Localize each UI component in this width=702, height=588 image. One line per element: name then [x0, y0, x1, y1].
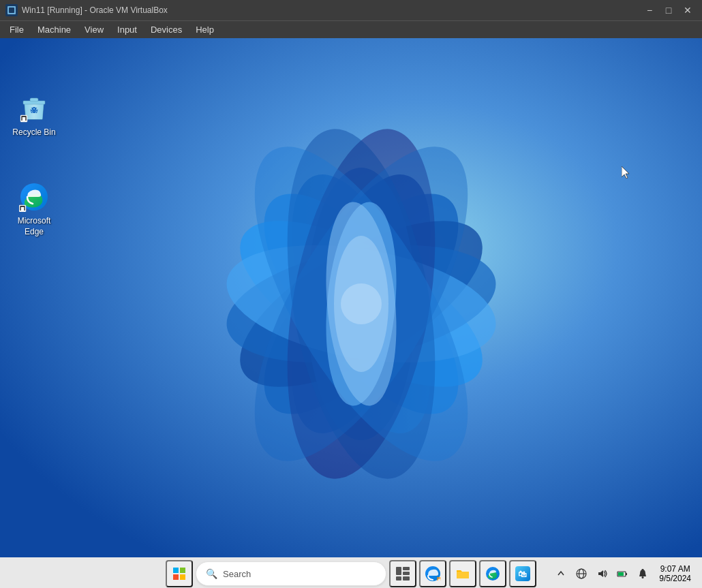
task-view-button[interactable]: [389, 560, 416, 587]
recycle-bin-label: Recycle Bin: [12, 127, 55, 138]
menu-input[interactable]: Input: [110, 23, 144, 36]
titlebar-left: Win11 [Running] - Oracle VM VirtualBox: [5, 4, 168, 16]
svg-point-46: [642, 576, 644, 578]
taskbar-right: 9:07 AM 9/5/2024: [551, 560, 697, 587]
svg-rect-45: [618, 572, 624, 576]
taskbar: 🔍 Search: [0, 557, 702, 588]
task-view-icon: [396, 567, 410, 581]
svg-rect-47: [642, 569, 644, 570]
edge-browser-icon: [485, 566, 500, 581]
clock-date: 9/5/2024: [659, 574, 691, 583]
svg-rect-34: [403, 576, 410, 581]
svg-rect-32: [403, 572, 410, 575]
search-label: Search: [223, 569, 251, 579]
svg-text:PRE: PRE: [437, 576, 441, 582]
chevron-up-icon: [558, 569, 564, 578]
close-button[interactable]: ✕: [679, 3, 697, 18]
recycle-bin-image: [18, 92, 50, 125]
minimize-button[interactable]: −: [641, 3, 658, 18]
ms-store-icon: 🛍: [515, 566, 530, 581]
battery-icon: [617, 568, 628, 579]
edge-image: [18, 181, 50, 213]
svg-rect-22: [30, 98, 38, 102]
edge-browser-button[interactable]: [479, 560, 506, 587]
menubar: File Machine View Input Devices Help: [0, 20, 702, 38]
svg-rect-2: [9, 7, 14, 13]
start-icon: [173, 568, 185, 580]
notification-button[interactable]: [633, 560, 652, 587]
win11-desktop[interactable]: Recycle Bin: [0, 38, 702, 557]
svg-rect-28: [173, 574, 179, 580]
menu-help[interactable]: Help: [189, 23, 221, 36]
search-icon: 🔍: [206, 568, 217, 579]
file-explorer-button[interactable]: [449, 560, 476, 587]
titlebar-controls: − □ ✕: [641, 3, 697, 18]
battery-button[interactable]: [613, 560, 632, 587]
desktop-wallpaper: [0, 38, 702, 557]
edge-copilot-icon: PRE: [425, 566, 441, 582]
file-explorer-icon: [455, 566, 470, 581]
svg-rect-26: [173, 568, 179, 573]
svg-rect-27: [180, 568, 185, 573]
volume-button[interactable]: [592, 560, 611, 587]
svg-rect-31: [403, 567, 410, 570]
taskbar-center: 🔍 Search: [166, 560, 536, 587]
recycle-bin-icon[interactable]: Recycle Bin: [7, 89, 61, 141]
svg-rect-44: [626, 573, 627, 575]
vm-screen[interactable]: Recycle Bin: [0, 38, 702, 588]
ms-store-button[interactable]: 🛍: [509, 560, 536, 587]
svg-point-20: [341, 283, 382, 324]
menu-machine[interactable]: Machine: [31, 23, 78, 36]
search-bar[interactable]: 🔍 Search: [196, 561, 386, 586]
virtualbox-icon: [5, 4, 18, 16]
clock-time: 9:07 AM: [660, 564, 690, 574]
svg-text:🛍: 🛍: [518, 569, 527, 579]
clock-area[interactable]: 9:07 AM 9/5/2024: [654, 560, 697, 587]
language-button[interactable]: [572, 560, 591, 587]
edge-label: Microsoft Edge: [10, 216, 59, 237]
volume-icon: [596, 568, 607, 579]
svg-rect-29: [180, 574, 185, 580]
show-hidden-icons-button[interactable]: [551, 560, 570, 587]
window-title: Win11 [Running] - Oracle VM VirtualBox: [22, 5, 168, 15]
svg-rect-33: [396, 576, 401, 581]
start-button[interactable]: [166, 560, 193, 587]
language-icon: [576, 568, 587, 579]
virtualbox-titlebar: Win11 [Running] - Oracle VM VirtualBox −…: [0, 0, 702, 20]
maximize-button[interactable]: □: [660, 3, 677, 18]
edge-copilot-button[interactable]: PRE: [419, 560, 446, 587]
edge-icon[interactable]: Microsoft Edge: [7, 178, 61, 240]
menu-file[interactable]: File: [3, 23, 31, 36]
menu-view[interactable]: View: [78, 23, 110, 36]
svg-rect-30: [396, 567, 401, 575]
bell-icon: [637, 568, 648, 579]
menu-devices[interactable]: Devices: [144, 23, 189, 36]
